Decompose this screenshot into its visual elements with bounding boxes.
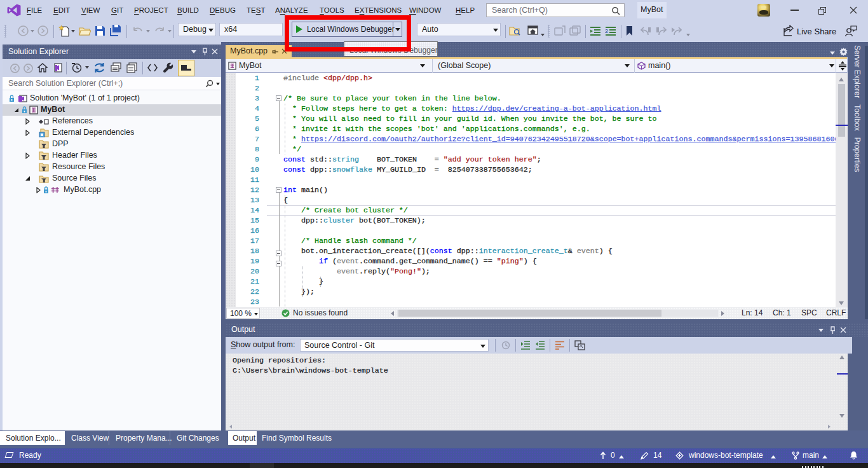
svg-text:2: 2 — [605, 28, 608, 34]
